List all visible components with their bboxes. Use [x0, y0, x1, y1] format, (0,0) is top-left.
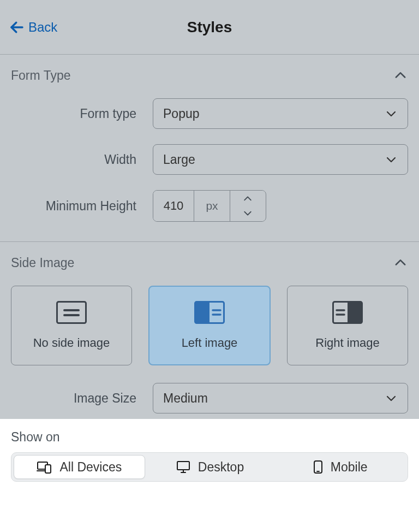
svg-rect-1: [57, 302, 86, 323]
side-image-options: No side image Left image: [11, 286, 408, 365]
row-image-size: Image Size Medium: [11, 383, 408, 413]
option-right-image-label: Right image: [315, 336, 379, 350]
devices-icon: [37, 460, 52, 474]
right-image-icon: [332, 301, 363, 324]
chevron-down-icon: [385, 392, 398, 405]
chevron-down-icon: [385, 153, 398, 166]
back-arrow-icon: [9, 19, 25, 36]
show-on-label: Show on: [11, 430, 408, 445]
segment-mobile[interactable]: Mobile: [275, 455, 405, 479]
row-width: Width Large: [11, 144, 408, 175]
select-form-type[interactable]: Popup: [153, 98, 408, 129]
show-on-segmented: All Devices Desktop Mobile: [11, 452, 408, 482]
select-form-type-value: Popup: [163, 107, 200, 121]
stepper-down-button[interactable]: [230, 206, 265, 221]
header: Back Styles: [0, 0, 419, 55]
select-width-value: Large: [163, 152, 195, 167]
svg-rect-15: [177, 462, 189, 470]
label-width: Width: [11, 152, 153, 167]
min-height-input-group: px: [153, 190, 266, 222]
segment-all-devices[interactable]: All Devices: [14, 455, 145, 479]
label-image-size: Image Size: [11, 391, 153, 406]
select-width[interactable]: Large: [153, 144, 408, 175]
back-label: Back: [28, 20, 57, 35]
left-image-icon: [194, 301, 225, 324]
min-height-unit: px: [194, 191, 230, 221]
no-side-image-icon: [56, 301, 87, 324]
quantity-stepper: [230, 191, 265, 221]
section-header-form-type[interactable]: Form Type: [11, 55, 408, 98]
segment-desktop-label: Desktop: [198, 460, 244, 475]
svg-rect-5: [196, 303, 210, 322]
label-form-type: Form type: [11, 107, 153, 121]
svg-rect-14: [45, 465, 51, 473]
chevron-up-icon: [393, 68, 408, 83]
svg-rect-9: [348, 303, 361, 322]
section-side-image: Side Image No side image: [0, 242, 419, 419]
option-no-side-image-label: No side image: [33, 336, 110, 350]
segment-all-devices-label: All Devices: [59, 460, 122, 475]
row-form-type: Form type Popup: [11, 98, 408, 129]
section-header-side-image[interactable]: Side Image: [11, 242, 408, 286]
show-on-panel: Show on All Devices Desktop: [0, 419, 419, 532]
segment-mobile-label: Mobile: [331, 460, 368, 475]
option-left-image-label: Left image: [182, 336, 238, 350]
option-right-image[interactable]: Right image: [287, 286, 408, 365]
stepper-up-button[interactable]: [230, 191, 265, 206]
mobile-icon: [313, 460, 323, 474]
label-min-height: Minimum Height: [11, 199, 153, 214]
select-image-size-value: Medium: [163, 391, 208, 406]
chevron-up-icon: [393, 255, 408, 270]
section-title-side-image: Side Image: [11, 256, 74, 270]
row-min-height: Minimum Height px: [11, 190, 408, 222]
section-form-type: Form Type Form type Popup Width Large: [0, 55, 419, 242]
option-left-image[interactable]: Left image: [148, 286, 271, 365]
segment-desktop[interactable]: Desktop: [145, 455, 276, 479]
option-no-side-image[interactable]: No side image: [11, 286, 132, 365]
desktop-icon: [176, 460, 190, 474]
section-title-form-type: Form Type: [11, 68, 71, 83]
chevron-down-icon: [385, 107, 398, 120]
select-image-size[interactable]: Medium: [153, 383, 408, 413]
page-title: Styles: [0, 19, 419, 36]
back-button[interactable]: Back: [0, 19, 57, 36]
min-height-input[interactable]: [153, 191, 194, 221]
